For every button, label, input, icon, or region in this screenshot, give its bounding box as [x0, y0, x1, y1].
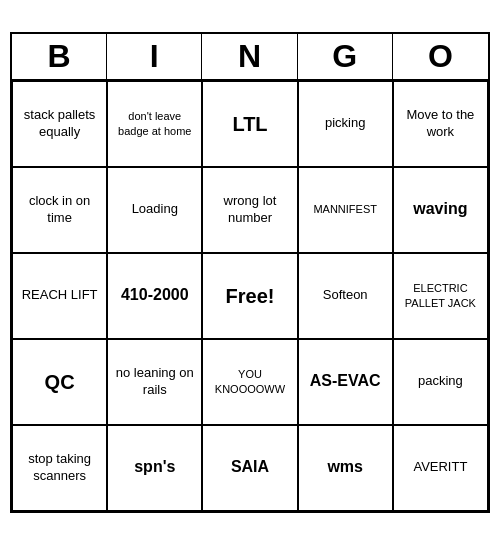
header-letter-n: N	[202, 34, 297, 79]
bingo-cell-14: ELECTRIC PALLET JACK	[393, 253, 488, 339]
bingo-cell-12: Free!	[202, 253, 297, 339]
bingo-cell-8: MANNIFEST	[298, 167, 393, 253]
bingo-cell-9: waving	[393, 167, 488, 253]
bingo-cell-2: LTL	[202, 81, 297, 167]
bingo-cell-16: no leaning on rails	[107, 339, 202, 425]
bingo-cell-21: spn's	[107, 425, 202, 511]
bingo-cell-0: stack pallets equally	[12, 81, 107, 167]
header-letter-b: B	[12, 34, 107, 79]
bingo-cell-23: wms	[298, 425, 393, 511]
bingo-cell-24: AVERITT	[393, 425, 488, 511]
bingo-cell-13: Softeon	[298, 253, 393, 339]
bingo-cell-18: AS-EVAC	[298, 339, 393, 425]
bingo-card: BINGO stack pallets equallydon't leave b…	[10, 32, 490, 513]
bingo-cell-6: Loading	[107, 167, 202, 253]
bingo-cell-15: QC	[12, 339, 107, 425]
bingo-header: BINGO	[12, 34, 488, 81]
bingo-cell-20: stop taking scanners	[12, 425, 107, 511]
header-letter-g: G	[298, 34, 393, 79]
bingo-cell-1: don't leave badge at home	[107, 81, 202, 167]
bingo-cell-3: picking	[298, 81, 393, 167]
bingo-cell-17: YOU KNOOOOWW	[202, 339, 297, 425]
bingo-cell-10: REACH LIFT	[12, 253, 107, 339]
bingo-grid: stack pallets equallydon't leave badge a…	[12, 81, 488, 511]
bingo-cell-19: packing	[393, 339, 488, 425]
header-letter-o: O	[393, 34, 488, 79]
header-letter-i: I	[107, 34, 202, 79]
bingo-cell-7: wrong lot number	[202, 167, 297, 253]
bingo-cell-4: Move to the work	[393, 81, 488, 167]
bingo-cell-11: 410-2000	[107, 253, 202, 339]
bingo-cell-5: clock in on time	[12, 167, 107, 253]
bingo-cell-22: SAIA	[202, 425, 297, 511]
